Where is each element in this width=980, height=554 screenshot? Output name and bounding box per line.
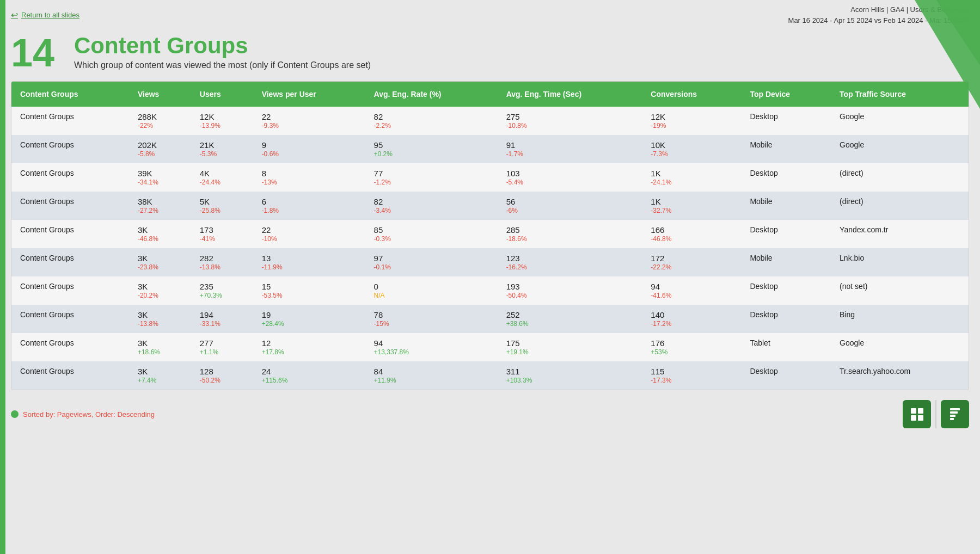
cell-users: 21K-5.3%: [191, 135, 253, 163]
cell-source: Tr.search.yahoo.com: [831, 361, 969, 390]
cell-eng-rate: 0N/A: [365, 276, 498, 305]
cell-conversions: 94-41.6%: [642, 276, 741, 305]
cell-device: Mobile: [741, 192, 831, 220]
cell-users: 194-33.1%: [191, 305, 253, 333]
table-row: Content Groups3K-13.8%194-33.1%19+28.4%7…: [11, 305, 969, 333]
cell-users: 128-50.2%: [191, 361, 253, 390]
cell-name: Content Groups: [11, 192, 129, 220]
cell-conversions: 166-46.8%: [642, 220, 741, 248]
cell-eng-time: 275-10.8%: [498, 107, 642, 135]
cell-device: Desktop: [741, 276, 831, 305]
table-header-row: Content Groups Views Users Views per Use…: [11, 82, 969, 107]
cell-eng-time: 91-1.7%: [498, 135, 642, 163]
page-title: Content Groups: [74, 33, 371, 58]
cell-users: 4K-24.4%: [191, 163, 253, 192]
cell-eng-rate: 95+0.2%: [365, 135, 498, 163]
cell-vpu: 22-9.3%: [253, 107, 365, 135]
cell-source: Google: [831, 107, 969, 135]
table-row: Content Groups288K-22%12K-13.9%22-9.3%82…: [11, 107, 969, 135]
cell-vpu: 8-13%: [253, 163, 365, 192]
table-row: Content Groups39K-34.1%4K-24.4%8-13%77-1…: [11, 163, 969, 192]
sort-info: Sorted by: Pageviews, Order: Descending: [11, 410, 155, 418]
col-header-conversions: Conversions: [642, 82, 741, 107]
cell-vpu: 6-1.8%: [253, 192, 365, 220]
cell-source: Google: [831, 135, 969, 163]
chart-icon: [950, 408, 960, 420]
top-bar: ↩ Return to all slides Acorn Hills | GA4…: [0, 0, 980, 28]
cell-device: Mobile: [741, 248, 831, 276]
col-header-views: Views: [129, 82, 191, 107]
cell-vpu: 12+17.8%: [253, 333, 365, 361]
header-text-group: Content Groups Which group of content wa…: [74, 33, 371, 70]
cell-source: Yandex.com.tr: [831, 220, 969, 248]
cell-name: Content Groups: [11, 276, 129, 305]
cell-users: 5K-25.8%: [191, 192, 253, 220]
cell-views: 39K-34.1%: [129, 163, 191, 192]
cell-eng-rate: 84+11.9%: [365, 361, 498, 390]
return-link[interactable]: ↩ Return to all slides: [11, 10, 79, 20]
cell-name: Content Groups: [11, 107, 129, 135]
cell-users: 235+70.3%: [191, 276, 253, 305]
cell-conversions: 12K-19%: [642, 107, 741, 135]
data-table-container: Content Groups Views Users Views per Use…: [11, 81, 969, 390]
cell-device: Desktop: [741, 107, 831, 135]
cell-views: 3K+18.6%: [129, 333, 191, 361]
cell-device: Desktop: [741, 220, 831, 248]
table-row: Content Groups3K-23.8%282-13.8%13-11.9%9…: [11, 248, 969, 276]
cell-name: Content Groups: [11, 333, 129, 361]
cell-eng-time: 123-16.2%: [498, 248, 642, 276]
cell-conversions: 10K-7.3%: [642, 135, 741, 163]
cell-eng-time: 311+103.3%: [498, 361, 642, 390]
cell-name: Content Groups: [11, 361, 129, 390]
col-header-vpu: Views per User: [253, 82, 365, 107]
table-row: Content Groups3K+7.4%128-50.2%24+115.6%8…: [11, 361, 969, 390]
cell-name: Content Groups: [11, 220, 129, 248]
cell-eng-time: 56-6%: [498, 192, 642, 220]
cell-source: Google: [831, 333, 969, 361]
cell-device: Desktop: [741, 305, 831, 333]
cell-vpu: 24+115.6%: [253, 361, 365, 390]
cell-conversions: 176+53%: [642, 333, 741, 361]
cell-source: (direct): [831, 163, 969, 192]
cell-users: 282-13.8%: [191, 248, 253, 276]
cell-eng-rate: 94+13,337.8%: [365, 333, 498, 361]
green-dot-icon: [11, 410, 19, 418]
cell-views: 3K-13.8%: [129, 305, 191, 333]
cell-conversions: 115-17.3%: [642, 361, 741, 390]
left-green-bar: [0, 0, 5, 554]
col-header-source: Top Traffic Source: [831, 82, 969, 107]
cell-name: Content Groups: [11, 248, 129, 276]
cell-vpu: 22-10%: [253, 220, 365, 248]
grid-view-button[interactable]: [903, 400, 931, 428]
cell-vpu: 19+28.4%: [253, 305, 365, 333]
cell-device: Desktop: [741, 361, 831, 390]
footer-icons: [903, 400, 969, 428]
cell-users: 173-41%: [191, 220, 253, 248]
cell-eng-time: 193-50.4%: [498, 276, 642, 305]
cell-eng-rate: 82-3.4%: [365, 192, 498, 220]
cell-eng-rate: 78-15%: [365, 305, 498, 333]
cell-views: 202K-5.8%: [129, 135, 191, 163]
page-subtitle: Which group of content was viewed the mo…: [74, 60, 371, 70]
cell-eng-rate: 82-2.2%: [365, 107, 498, 135]
cell-views: 3K+7.4%: [129, 361, 191, 390]
cell-source: Lnk.bio: [831, 248, 969, 276]
col-header-name: Content Groups: [11, 82, 129, 107]
cell-source: (direct): [831, 192, 969, 220]
cell-views: 288K-22%: [129, 107, 191, 135]
cell-device: Tablet: [741, 333, 831, 361]
cell-name: Content Groups: [11, 163, 129, 192]
header-section: 14 Content Groups Which group of content…: [0, 28, 980, 81]
chart-view-button[interactable]: [941, 400, 969, 428]
col-header-users: Users: [191, 82, 253, 107]
cell-eng-time: 103-5.4%: [498, 163, 642, 192]
cell-device: Desktop: [741, 163, 831, 192]
cell-vpu: 9-0.6%: [253, 135, 365, 163]
cell-source: (not set): [831, 276, 969, 305]
cell-conversions: 140-17.2%: [642, 305, 741, 333]
table-row: Content Groups3K+18.6%277+1.1%12+17.8%94…: [11, 333, 969, 361]
return-link-text: Return to all slides: [21, 11, 79, 19]
footer-bar: Sorted by: Pageviews, Order: Descending: [0, 395, 980, 434]
cell-eng-rate: 85-0.3%: [365, 220, 498, 248]
col-header-eng-rate: Avg. Eng. Rate (%): [365, 82, 498, 107]
